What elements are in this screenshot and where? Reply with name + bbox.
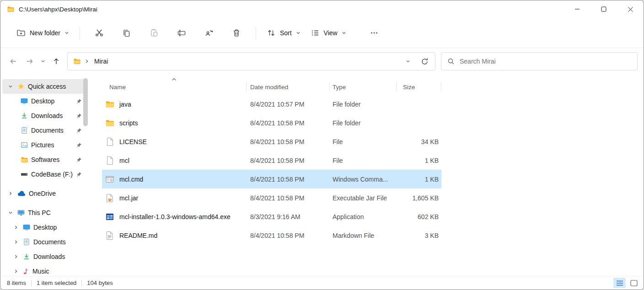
new-folder-button[interactable]: New folder [11, 24, 74, 42]
breadcrumb-folder[interactable]: Mirai [93, 56, 109, 67]
sidebar-item-thispc-documents[interactable]: Documents [2, 235, 86, 249]
search-input[interactable] [460, 58, 631, 65]
address-dropdown-button[interactable] [403, 53, 413, 70]
md-file-icon [105, 231, 115, 240]
sidebar-item-downloads[interactable]: Downloads [2, 108, 86, 123]
cut-button[interactable] [89, 24, 109, 42]
chevron-down-icon[interactable] [7, 84, 14, 89]
sidebar-item-quick-access[interactable]: Quick access [2, 79, 86, 94]
details-view-button[interactable] [613, 278, 626, 288]
address-bar[interactable]: Mirai [67, 52, 435, 70]
file-date-modified: 8/4/2021 10:58 PM [247, 138, 330, 145]
chevron-right-icon[interactable] [12, 225, 20, 230]
sidebar-item-label: Softwares [31, 156, 59, 163]
chevron-down-icon [41, 59, 45, 64]
sidebar-item-documents[interactable]: Documents [2, 123, 86, 138]
selection-size: 104 bytes [87, 279, 113, 286]
up-icon [52, 57, 60, 65]
file-size: 3 KB [397, 232, 441, 239]
share-button[interactable] [199, 24, 219, 42]
view-button[interactable]: View [306, 24, 351, 42]
file-row[interactable]: LICENSE 8/4/2021 10:58 PM File 34 KB [102, 132, 441, 151]
breadcrumb-chevron-icon[interactable] [85, 59, 89, 64]
chevron-right-icon[interactable] [7, 191, 14, 196]
sidebar-item-softwares[interactable]: Softwares [2, 152, 86, 167]
copy-button[interactable] [117, 24, 137, 42]
file-row[interactable]: README.md 8/4/2021 10:58 PM Markdown Fil… [102, 226, 441, 245]
search-icon [447, 58, 455, 65]
file-name: mcl.cmd [119, 176, 143, 183]
pin-icon [76, 172, 82, 177]
sidebar-item-this-pc[interactable]: This PC [2, 205, 86, 220]
file-row-selected[interactable]: mcl.cmd 8/4/2021 10:58 PM Windows Comma.… [102, 170, 441, 188]
column-header-type[interactable]: Type [330, 79, 397, 95]
refresh-button[interactable] [419, 53, 429, 70]
column-header-date-modified[interactable]: Date modified [247, 79, 330, 95]
file-type: File folder [330, 101, 397, 108]
sidebar-item-onedrive[interactable]: OneDrive [2, 186, 86, 201]
column-separator[interactable] [441, 82, 441, 91]
file-row[interactable]: mcl 8/4/2021 10:58 PM File 1 KB [102, 151, 441, 170]
window-folder-icon [7, 5, 14, 13]
file-row[interactable]: scripts 8/4/2021 10:58 PM File folder [102, 113, 441, 132]
pin-icon [76, 142, 82, 148]
search-box[interactable] [441, 52, 638, 70]
chevron-down-icon[interactable] [7, 210, 14, 215]
rename-icon [177, 28, 186, 38]
chevron-down-icon [64, 31, 69, 35]
column-header-size[interactable]: Size [397, 79, 441, 95]
file-row[interactable]: mcl.jar 8/4/2021 10:58 PM Executable Jar… [102, 188, 441, 207]
sidebar-item-label: CodeBase (F:) [31, 171, 73, 178]
sidebar-item-desktop[interactable]: Desktop [2, 94, 86, 108]
forward-button[interactable] [21, 53, 38, 70]
chevron-right-icon[interactable] [12, 254, 20, 259]
back-button[interactable] [5, 53, 21, 70]
file-name: mcl-installer-1.0.3-windows-amd64.exe [119, 213, 231, 220]
file-date-modified: 8/3/2021 9:16 AM [247, 213, 330, 220]
new-folder-icon [16, 28, 26, 38]
column-header-label: Name [109, 84, 126, 91]
up-button[interactable] [48, 53, 64, 70]
breadcrumb-folder-label: Mirai [94, 58, 108, 65]
sidebar-item-thispc-desktop[interactable]: Desktop [2, 220, 86, 235]
minimize-button[interactable] [564, 0, 590, 18]
star-icon [17, 83, 25, 90]
sidebar-item-codebase-drive[interactable]: CodeBase (F:) [2, 167, 86, 182]
file-date-modified: 8/4/2021 10:58 PM [247, 232, 330, 239]
sidebar-item-pictures[interactable]: Pictures [2, 138, 86, 152]
delete-button[interactable] [226, 24, 247, 42]
file-size: 1 KB [397, 176, 441, 183]
status-divider [81, 280, 82, 286]
music-icon [23, 268, 29, 275]
sidebar-item-thispc-music[interactable]: Music [2, 264, 86, 276]
sidebar-item-label: Pictures [31, 141, 54, 149]
recent-locations-button[interactable] [38, 53, 48, 70]
view-label: View [324, 29, 338, 37]
chevron-right-icon[interactable] [12, 269, 20, 274]
sort-button[interactable]: Sort [262, 24, 306, 42]
downloads-icon [23, 253, 30, 260]
file-name: mcl [119, 157, 129, 164]
icons-view-button[interactable] [628, 278, 640, 288]
column-headers: Name Date modified Type Size [102, 79, 644, 95]
file-row[interactable]: mcl-installer-1.0.3-windows-amd64.exe 8/… [102, 207, 441, 226]
sidebar-item-thispc-downloads[interactable]: Downloads [2, 249, 86, 264]
desktop-icon [23, 224, 30, 231]
maximize-button[interactable] [590, 0, 617, 18]
file-date-modified: 8/4/2021 10:58 PM [247, 176, 330, 183]
documents-icon [23, 238, 30, 246]
chevron-right-icon[interactable] [12, 240, 20, 244]
rename-button[interactable] [172, 24, 192, 42]
paste-button[interactable] [144, 24, 164, 42]
command-toolbar: New folder [0, 18, 644, 48]
file-name: README.md [119, 232, 157, 239]
file-row[interactable]: java 8/4/2021 10:57 PM File folder [102, 95, 441, 113]
close-button[interactable] [617, 0, 644, 18]
jar-file-icon [105, 193, 115, 203]
file-type: File [330, 157, 397, 164]
column-header-name[interactable]: Name [102, 79, 247, 95]
see-more-button[interactable] [364, 24, 384, 42]
sidebar-scrollbar[interactable] [83, 78, 88, 126]
folder-icon [105, 118, 115, 128]
chevron-down-icon [406, 59, 410, 64]
